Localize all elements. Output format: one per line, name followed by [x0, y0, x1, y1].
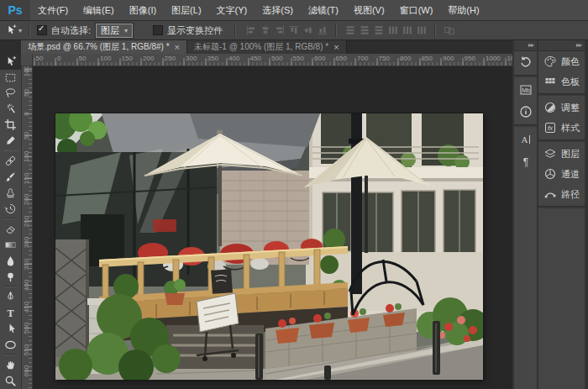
align-bottom-edges-icon[interactable] — [316, 24, 328, 37]
tool-healing-brush[interactable] — [0, 153, 21, 169]
tool-eraser[interactable] — [0, 221, 21, 237]
auto-select-target-dropdown[interactable]: 图层 ▾ — [96, 24, 133, 38]
tool-dodge[interactable] — [0, 269, 21, 285]
auto-align-layers-icon[interactable] — [443, 24, 455, 37]
panel-button-channels[interactable]: 通道 — [538, 164, 585, 184]
menu-item[interactable]: 帮助(H) — [440, 0, 486, 20]
menu-items: 文件(F)编辑(E)图像(I)图层(L)文字(Y)选择(S)滤镜(T)视图(V)… — [30, 0, 487, 20]
tool-pen[interactable] — [0, 289, 21, 305]
tool-hand[interactable] — [0, 357, 21, 373]
ruler-label: 750 — [379, 55, 390, 62]
align-horizontal-centers-icon[interactable] — [259, 24, 271, 37]
ruler-label: 200 — [23, 192, 30, 208]
panel-button-swatches[interactable]: 色板 — [538, 71, 585, 92]
align-right-edges-icon[interactable] — [273, 24, 286, 37]
distribute-bottom-edges-icon[interactable] — [372, 24, 385, 37]
tool-lasso[interactable] — [0, 86, 21, 102]
dock-divider — [538, 206, 585, 208]
panel-label: 通道 — [561, 168, 580, 181]
ruler-label: 450 — [250, 55, 261, 62]
menu-item[interactable]: 图层(L) — [164, 0, 208, 20]
dock-icon-column: ▸▸ MbA¶ — [514, 39, 537, 389]
auto-align-group — [443, 24, 455, 37]
tool-eyedropper[interactable] — [0, 133, 21, 149]
ruler-label: 50 — [23, 127, 30, 144]
tool-clone-stamp[interactable] — [0, 185, 21, 201]
menu-item[interactable]: 滤镜(T) — [301, 0, 346, 20]
dodge-icon — [4, 271, 17, 283]
collapse-panels-button[interactable]: ▸▸ — [514, 39, 537, 51]
dock-divider — [538, 139, 585, 142]
horizontal-ruler: 5005010015020025030035040045050055060065… — [21, 54, 512, 66]
paragraph-icon: ¶ — [519, 155, 533, 168]
panel-label: 颜色 — [561, 55, 580, 68]
panel-button-mini-bridge[interactable]: Mb — [514, 79, 537, 101]
distribute-horizontal-centers-icon[interactable] — [401, 24, 413, 37]
svg-text:T: T — [7, 308, 13, 319]
canvas-area[interactable] — [32, 66, 512, 389]
options-separator — [234, 24, 236, 37]
path-selection-icon — [4, 323, 17, 335]
tool-rectangular-marquee[interactable] — [0, 70, 21, 86]
document-tab-bar: 场景.psd @ 66.7% (图层 1, RGB/8#) *×未标题-1 @ … — [0, 39, 512, 54]
panel-button-history[interactable] — [514, 51, 537, 73]
tool-move[interactable] — [0, 54, 21, 70]
tool-zoom[interactable] — [0, 373, 21, 389]
menu-item[interactable]: 窗口(W) — [392, 0, 441, 20]
character-icon: A — [519, 133, 533, 146]
menu-item[interactable]: 选择(S) — [255, 0, 301, 20]
tool-ellipse[interactable] — [0, 337, 21, 353]
auto-select-target-value: 图层 — [101, 24, 119, 37]
panel-button-color[interactable]: 颜色 — [538, 51, 585, 71]
collapse-panels-button[interactable]: ▸▸ — [538, 39, 585, 51]
tool-preset-picker[interactable]: ▾ — [5, 24, 22, 36]
eyedropper-icon — [4, 134, 17, 147]
document-tab[interactable]: 未标题-1 @ 100% (图层 1, RGB/8) *× — [187, 39, 347, 54]
ruler-label: 250 — [23, 213, 30, 229]
ruler-label: 950 — [465, 55, 475, 62]
info-icon — [519, 105, 533, 118]
menu-item[interactable]: 编辑(E) — [76, 0, 122, 20]
ruler-origin-box — [21, 54, 33, 66]
panel-button-paragraph[interactable]: ¶ — [514, 150, 537, 172]
tool-blur[interactable] — [0, 253, 21, 269]
close-icon[interactable]: × — [175, 43, 180, 51]
distribute-right-edges-icon[interactable] — [415, 24, 428, 37]
panel-button-layers[interactable]: 图层 — [538, 144, 585, 164]
tool-crop[interactable] — [0, 117, 21, 133]
distribute-vertical-centers-icon[interactable] — [358, 24, 370, 37]
panel-dock: ▸▸ MbA¶ ▸▸ 颜色色板调整fx样式图层通道路径 — [512, 39, 588, 389]
panel-button-adjustments[interactable]: 调整 — [538, 97, 585, 118]
align-vertical-centers-icon[interactable] — [302, 24, 314, 37]
history-brush-icon — [4, 202, 17, 215]
show-transform-checkbox[interactable] — [153, 25, 163, 35]
document-tab[interactable]: 场景.psd @ 66.7% (图层 1, RGB/8#) *× — [21, 39, 187, 54]
tool-path-selection[interactable] — [0, 321, 21, 337]
ruler-label: 450 — [23, 298, 30, 315]
auto-select-checkbox[interactable] — [37, 25, 47, 35]
menu-item[interactable]: 视图(V) — [346, 0, 392, 20]
tool-gradient[interactable] — [0, 237, 21, 253]
tool-brush[interactable] — [0, 169, 21, 185]
layers-icon — [543, 147, 557, 160]
tool-type[interactable]: T — [0, 305, 21, 321]
close-icon[interactable]: × — [333, 43, 339, 51]
ruler-label: 500 — [23, 320, 30, 337]
align-buttons-group — [244, 24, 328, 37]
menu-item[interactable]: 文件(F) — [30, 0, 76, 20]
menu-item[interactable]: 图像(I) — [122, 0, 164, 20]
panel-button-paths[interactable]: 路径 — [538, 184, 585, 204]
distribute-left-edges-icon[interactable] — [386, 24, 399, 37]
distribute-top-edges-icon[interactable] — [344, 24, 356, 37]
panel-button-info[interactable] — [514, 101, 537, 123]
toolbar-divider — [3, 286, 18, 287]
tool-history-brush[interactable] — [0, 201, 21, 217]
align-left-edges-icon[interactable] — [244, 24, 257, 37]
align-top-edges-icon[interactable] — [287, 24, 300, 37]
tool-magic-wand[interactable] — [0, 101, 21, 117]
ellipse-icon — [4, 339, 17, 351]
panel-button-character[interactable]: A — [514, 129, 537, 150]
menu-item[interactable]: 文字(Y) — [209, 0, 255, 20]
panel-button-styles[interactable]: fx样式 — [538, 118, 585, 138]
document-image[interactable] — [55, 113, 483, 380]
